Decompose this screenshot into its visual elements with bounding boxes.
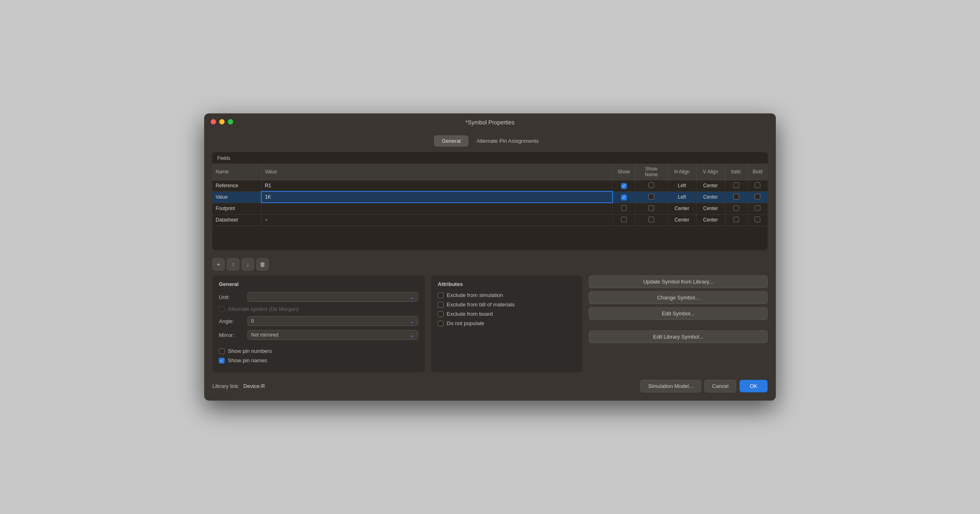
edit-symbol-button[interactable]: Edit Symbol... <box>589 307 768 320</box>
datasheet-show-checkbox[interactable] <box>621 217 627 222</box>
titlebar: *Symbol Properties <box>204 113 776 130</box>
show-pin-names-checkbox[interactable] <box>219 358 225 363</box>
datasheet-value-input[interactable] <box>265 217 609 223</box>
footprint-showname-checkbox[interactable] <box>648 205 654 211</box>
close-button[interactable] <box>211 119 216 124</box>
value-halign: Left <box>668 191 696 203</box>
fields-table-wrapper: Name Value Show Show Name H Align V Alig… <box>212 164 768 250</box>
datasheet-bold-cell[interactable] <box>747 214 768 226</box>
value-italic-checkbox[interactable] <box>733 194 739 199</box>
footprint-value-input[interactable] <box>265 206 609 212</box>
exclude-bom-checkbox[interactable] <box>438 302 443 308</box>
reference-italic-cell[interactable] <box>725 180 747 191</box>
unit-select[interactable] <box>247 292 418 302</box>
footprint-showname-cell[interactable] <box>635 203 668 214</box>
field-name-value: Value <box>212 191 261 203</box>
footprint-italic-checkbox[interactable] <box>733 205 739 211</box>
value-bold-cell[interactable] <box>747 191 768 203</box>
fields-toolbar: + ↑ ↓ 🗑 <box>212 255 768 272</box>
alternate-symbol-row: Alternate symbol (De Morgan) <box>219 306 418 312</box>
reference-value-input[interactable] <box>265 183 609 188</box>
reference-showname-cell[interactable] <box>635 180 668 191</box>
alternate-symbol-label: Alternate symbol (De Morgan) <box>228 306 298 312</box>
minimize-button[interactable] <box>219 119 225 124</box>
footprint-show-checkbox[interactable] <box>621 205 627 211</box>
show-pin-names-label: Show pin names <box>228 357 267 363</box>
add-field-button[interactable]: + <box>212 258 225 270</box>
datasheet-bold-checkbox[interactable] <box>755 217 760 222</box>
update-symbol-button[interactable]: Update Symbol from Library... <box>589 275 768 288</box>
footprint-bold-checkbox[interactable] <box>755 205 760 211</box>
mirror-select[interactable]: Not mirrored Mirror X Mirror Y <box>247 330 418 340</box>
datasheet-italic-checkbox[interactable] <box>733 217 739 222</box>
ok-button[interactable]: OK <box>739 380 768 392</box>
datasheet-showname-cell[interactable] <box>635 214 668 226</box>
value-showname-cell[interactable] <box>635 191 668 203</box>
reference-show-cell[interactable] <box>612 180 635 191</box>
field-value-reference[interactable] <box>261 180 612 191</box>
datasheet-show-cell[interactable] <box>612 214 635 226</box>
angle-select-wrapper[interactable]: 0 <box>247 316 418 326</box>
footprint-halign: Center <box>668 203 696 214</box>
unit-row: Unit: <box>219 292 418 302</box>
fields-section: Fields Name Value Show Show Name H Align… <box>212 152 768 250</box>
do-not-populate-row: Do not populate <box>438 320 576 326</box>
reference-italic-checkbox[interactable] <box>733 182 739 188</box>
exclude-board-checkbox[interactable] <box>438 311 443 317</box>
reference-halign: Left <box>668 180 696 191</box>
footprint-bold-cell[interactable] <box>747 203 768 214</box>
do-not-populate-label: Do not populate <box>447 320 484 326</box>
show-pin-names-row: Show pin names <box>219 357 418 363</box>
reference-bold-checkbox[interactable] <box>755 182 760 188</box>
field-value-footprint[interactable] <box>261 203 612 214</box>
value-value-input[interactable] <box>265 194 609 200</box>
do-not-populate-checkbox[interactable] <box>438 321 443 326</box>
reference-show-checkbox[interactable] <box>621 183 627 189</box>
alternate-symbol-checkbox[interactable] <box>219 306 225 312</box>
footprint-show-cell[interactable] <box>612 203 635 214</box>
value-show-cell[interactable] <box>612 191 635 203</box>
table-header-row: Name Value Show Show Name H Align V Alig… <box>212 164 768 180</box>
general-panel-title: General <box>219 281 418 287</box>
unit-label: Unit: <box>219 294 243 300</box>
tab-alternate-pin[interactable]: Alternate Pin Assignments <box>469 135 546 146</box>
table-row[interactable]: Reference Left Center <box>212 180 768 191</box>
col-header-bold: Bold <box>747 164 768 180</box>
traffic-lights <box>211 119 233 124</box>
footprint-italic-cell[interactable] <box>725 203 747 214</box>
attributes-panel: Attributes Exclude from simulation Exclu… <box>431 275 582 372</box>
move-up-button[interactable]: ↑ <box>227 258 239 270</box>
field-value-value-cell[interactable] <box>261 191 612 203</box>
field-value-datasheet[interactable] <box>261 214 612 226</box>
reference-valign: Center <box>696 180 725 191</box>
value-italic-cell[interactable] <box>725 191 747 203</box>
simulation-model-button[interactable]: Simulation Model... <box>640 380 701 392</box>
exclude-simulation-checkbox[interactable] <box>438 292 443 298</box>
reference-showname-checkbox[interactable] <box>648 182 654 188</box>
angle-label: Angle: <box>219 318 243 324</box>
delete-field-button[interactable]: 🗑 <box>256 258 269 270</box>
move-down-button[interactable]: ↓ <box>242 258 254 270</box>
exclude-board-row: Exclude from board <box>438 311 576 317</box>
change-symbol-button[interactable]: Change Symbol... <box>589 291 768 304</box>
footer-buttons: Simulation Model... Cancel OK <box>640 380 768 392</box>
angle-row: Angle: 0 <box>219 316 418 326</box>
value-bold-checkbox[interactable] <box>755 194 760 199</box>
table-row[interactable]: Datasheet Center Center <box>212 214 768 226</box>
value-show-checkbox[interactable] <box>621 195 627 200</box>
field-name-footprint: Footprint <box>212 203 261 214</box>
table-row[interactable]: Value Left Center <box>212 191 768 203</box>
tab-general[interactable]: General <box>434 135 468 146</box>
cancel-button[interactable]: Cancel <box>704 380 736 392</box>
value-showname-checkbox[interactable] <box>648 194 654 199</box>
mirror-select-wrapper[interactable]: Not mirrored Mirror X Mirror Y <box>247 330 418 340</box>
edit-library-symbol-button[interactable]: Edit Library Symbol... <box>589 330 768 343</box>
table-row[interactable]: Footprint Center Center <box>212 203 768 214</box>
unit-select-wrapper[interactable] <box>247 292 418 302</box>
datasheet-italic-cell[interactable] <box>725 214 747 226</box>
maximize-button[interactable] <box>228 119 233 124</box>
angle-select[interactable]: 0 <box>247 316 418 326</box>
reference-bold-cell[interactable] <box>747 180 768 191</box>
datasheet-showname-checkbox[interactable] <box>648 217 654 222</box>
show-pin-numbers-checkbox[interactable] <box>219 348 225 354</box>
